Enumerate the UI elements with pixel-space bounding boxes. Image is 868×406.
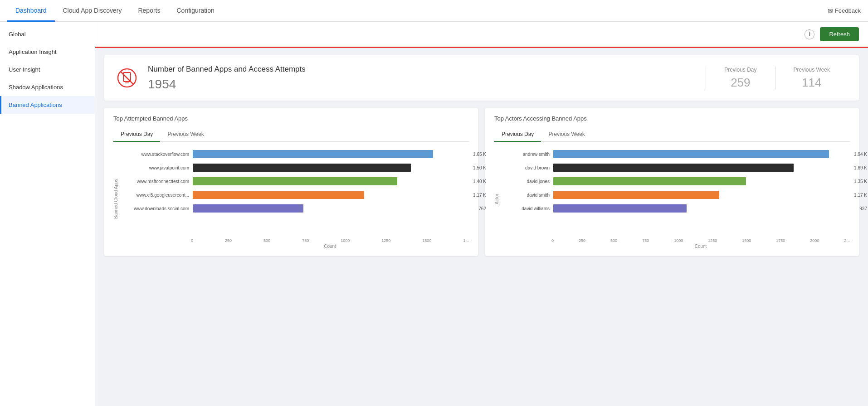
left-bar-4 (193, 204, 303, 213)
left-bar-label-1: www.javatpoint.com (122, 165, 193, 170)
right-bar-value-0: 1.94 K (854, 152, 867, 157)
right-bar-wrapper-4: 937 (553, 203, 850, 213)
feedback-label: Feedback (835, 7, 861, 14)
right-bar-wrapper-3: 1.17 K (553, 190, 850, 200)
stat-previous-day-value: 259 (724, 76, 756, 90)
right-chart-tab-week[interactable]: Previous Week (541, 127, 592, 142)
nav-tab-dashboard[interactable]: Dashboard (7, 0, 55, 22)
summary-title: Number of Banned Apps and Access Attempt… (148, 64, 697, 74)
right-x-tick: 1000 (674, 238, 683, 243)
right-bar-1 (553, 164, 794, 172)
sidebar-item-application-insight[interactable]: Application Insight (0, 43, 95, 61)
right-x-tick: 750 (642, 238, 649, 243)
right-bar-value-3: 1.17 K (854, 193, 867, 198)
left-bar-value-4: 762 (478, 206, 486, 211)
left-x-tick: 750 (302, 238, 309, 243)
left-chart-tab-day[interactable]: Previous Day (113, 127, 160, 142)
left-bar-wrapper-1: 1.50 K (193, 163, 469, 173)
summary-card: Number of Banned Apps and Access Attempt… (104, 55, 859, 101)
right-bar-row-0: andrew smith 1.94 K (503, 149, 850, 159)
left-bar-row-3: www.ci5.googleusercont... 1.17 K (122, 190, 469, 200)
left-y-axis-label: Banned Cloud Apps (113, 149, 121, 249)
left-bar-wrapper-2: 1.40 K (193, 176, 469, 186)
banned-apps-icon (115, 66, 139, 90)
left-bar-wrapper-4: 762 (193, 203, 469, 213)
right-x-tick: 1250 (708, 238, 717, 243)
left-bars-area: www.stackoverflow.com 1.65 K www.javatpo… (121, 149, 469, 237)
left-bar-1 (193, 164, 411, 172)
stat-previous-week: Previous Week 114 (775, 67, 848, 90)
left-bar-value-2: 1.40 K (473, 179, 486, 184)
left-chart-tab-week[interactable]: Previous Week (160, 127, 211, 142)
nav-tab-cloud-app-discovery[interactable]: Cloud App Discovery (55, 0, 130, 22)
right-bar-value-2: 1.35 K (854, 179, 867, 184)
left-bar-label-2: www.msftconnecttest.com (122, 179, 193, 184)
main-layout: Global Application Insight User Insight … (0, 22, 868, 406)
right-bar-row-4: david williams 937 (503, 203, 850, 213)
left-chart-area: www.stackoverflow.com 1.65 K www.javatpo… (121, 149, 469, 249)
left-bar-value-1: 1.50 K (473, 165, 486, 170)
right-x-axis: 0250500750100012501500175020002... (502, 237, 850, 243)
left-bar-value-0: 1.65 K (473, 152, 486, 157)
left-x-tick: 250 (225, 238, 232, 243)
top-navigation: Dashboard Cloud App Discovery Reports Co… (0, 0, 868, 22)
left-bar-label-3: www.ci5.googleusercont... (122, 193, 193, 198)
left-bar-label-0: www.stackoverflow.com (122, 152, 193, 157)
right-bar-label-4: david williams (503, 206, 553, 211)
left-bar-value-3: 1.17 K (473, 193, 486, 198)
left-chart-tabs: Previous Day Previous Week (113, 127, 469, 142)
right-x-tick: 250 (579, 238, 585, 243)
left-x-axis-title: Count (121, 244, 469, 249)
left-bar-label-4: www.downloads.social.com (122, 206, 193, 211)
right-bar-label-0: andrew smith (503, 152, 553, 157)
charts-row: Top Attempted Banned Apps Previous Day P… (104, 108, 859, 256)
left-bar-2 (193, 177, 397, 185)
left-bar-row-0: www.stackoverflow.com 1.65 K (122, 149, 469, 159)
right-bar-label-2: david jones (503, 179, 553, 184)
summary-text-block: Number of Banned Apps and Access Attempt… (148, 64, 697, 92)
right-chart-tab-day[interactable]: Previous Day (494, 127, 541, 142)
left-bar-wrapper-0: 1.65 K (193, 149, 469, 159)
left-chart-title: Top Attempted Banned Apps (113, 115, 469, 122)
left-x-axis: 02505007501000125015001... (121, 237, 469, 243)
summary-stats: Previous Day 259 Previous Week 114 (706, 67, 848, 90)
feedback-link[interactable]: ✉ Feedback (828, 7, 861, 14)
nav-tab-configuration[interactable]: Configuration (168, 0, 222, 22)
right-x-tick: 1500 (742, 238, 751, 243)
stat-previous-week-value: 114 (794, 76, 830, 90)
right-y-axis-label: Actor (494, 149, 502, 249)
mail-icon: ✉ (828, 7, 833, 14)
nav-tab-reports[interactable]: Reports (130, 0, 168, 22)
sidebar-item-banned-applications[interactable]: Banned Applications (0, 96, 95, 114)
sidebar-item-user-insight[interactable]: User Insight (0, 61, 95, 78)
left-x-tick: 1500 (422, 238, 431, 243)
right-bar-wrapper-0: 1.94 K (553, 149, 850, 159)
left-x-tick: 1250 (381, 238, 390, 243)
stat-previous-day: Previous Day 259 (706, 67, 775, 90)
content-area: i Refresh Number of Banned Apps and Acce… (95, 22, 868, 406)
refresh-button[interactable]: Refresh (820, 27, 859, 41)
right-x-axis-title: Count (502, 244, 850, 249)
left-chart-card: Top Attempted Banned Apps Previous Day P… (104, 108, 478, 256)
right-x-tick: 500 (610, 238, 617, 243)
sidebar-item-global[interactable]: Global (0, 25, 95, 43)
left-bar-row-4: www.downloads.social.com 762 (122, 203, 469, 213)
right-chart-area: andrew smith 1.94 K david brown 1.69 K d… (502, 149, 850, 249)
right-bar-chart: Actor andrew smith 1.94 K david brown 1.… (494, 149, 850, 249)
info-icon[interactable]: i (805, 29, 814, 39)
left-bar-0 (193, 150, 433, 158)
right-bar-0 (553, 150, 829, 158)
right-bar-value-4: 937 (859, 206, 867, 211)
right-x-tick: 2... (844, 238, 850, 243)
right-bar-row-3: david smith 1.17 K (503, 190, 850, 200)
left-x-tick: 1000 (341, 238, 350, 243)
left-x-tick: 1... (463, 238, 469, 243)
sidebar-item-shadow-applications[interactable]: Shadow Applications (0, 78, 95, 96)
svg-rect-3 (125, 82, 129, 83)
left-bar-chart: Banned Cloud Apps www.stackoverflow.com … (113, 149, 469, 249)
right-bar-value-1: 1.69 K (854, 165, 867, 170)
right-bar-label-1: david brown (503, 165, 553, 170)
stat-previous-week-label: Previous Week (794, 67, 830, 73)
right-chart-card: Top Actors Accessing Banned Apps Previou… (485, 108, 859, 256)
content-topbar: i Refresh (95, 22, 868, 48)
